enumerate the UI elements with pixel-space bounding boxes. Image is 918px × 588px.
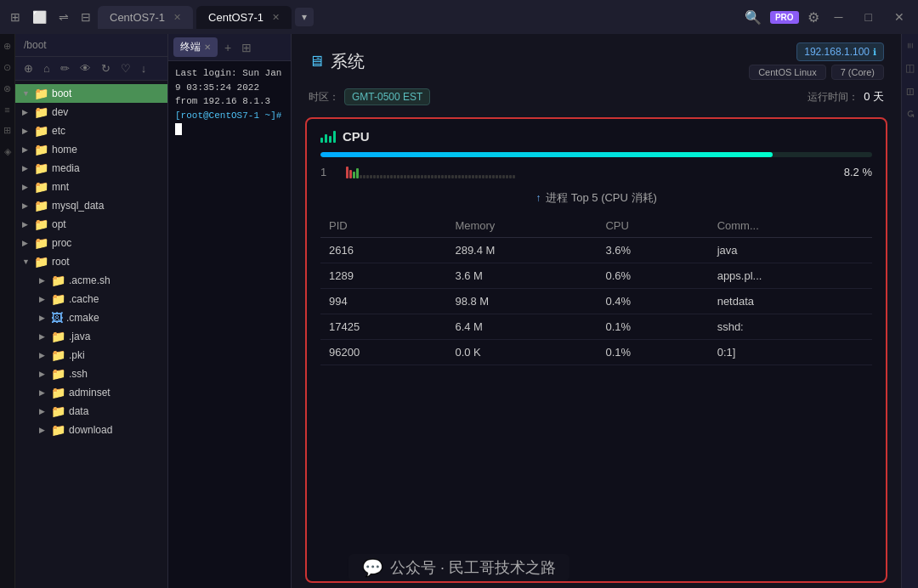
core-count-badge: 7 (Core)	[831, 65, 884, 80]
cell-memory-0: 289.4 M	[446, 238, 597, 263]
folder-icon: 📁	[51, 274, 65, 287]
process-table-body: 2616289.4 M3.6%java12893.6 M0.6%apps.pl.…	[320, 238, 872, 365]
title-bar-right: 🔍 PRO ⚙ ─ □ ✕	[745, 8, 911, 25]
arrow-icon: ▶	[39, 388, 48, 397]
tree-label-root: root	[52, 256, 70, 268]
layout-icon[interactable]: ⇌	[55, 7, 72, 27]
col-command: Comm...	[709, 214, 872, 238]
monitor-title: 🖥 系统	[309, 50, 365, 73]
tree-item-opt[interactable]: ▶ 📁 opt	[15, 215, 167, 234]
tab-dropdown[interactable]: ▾	[295, 8, 314, 26]
tree-label-acme-sh: .acme.sh	[69, 274, 110, 286]
ip-address: 192.168.1.100	[804, 46, 870, 58]
right-icon-3[interactable]: ⊟	[904, 88, 916, 96]
nav-icon-6[interactable]: ◈	[4, 146, 11, 157]
edit-icon[interactable]: ✏	[57, 60, 73, 76]
tree-item-proc[interactable]: ▶ 📁 proc	[15, 234, 167, 252]
tree-item-pki[interactable]: ▶ 📁 .pki	[29, 346, 167, 365]
maximize-button[interactable]: □	[858, 8, 879, 25]
tree-item-acme-sh[interactable]: ▶ 📁 .acme.sh	[29, 271, 167, 290]
terminal-tab-label: 终端	[180, 40, 201, 54]
tab-centos7-1-second[interactable]: CentOS7-1 ✕	[196, 6, 292, 29]
nav-icon-3[interactable]: ⊗	[3, 83, 11, 94]
nav-icon-5[interactable]: ⊞	[3, 125, 11, 136]
folder-icon: 📁	[34, 218, 48, 231]
tree-item-mnt[interactable]: ▶ 📁 mnt	[15, 178, 167, 196]
tree-label-pki: .pki	[69, 349, 85, 361]
file-tree: ▼ 📁 boot ▶ 📁 dev ▶ 📁 etc ▶ 📁 home	[15, 81, 167, 588]
cell-pid-0: 2616	[320, 238, 446, 263]
cpu-bars-icon	[320, 131, 336, 143]
folder-icon: 📁	[34, 180, 48, 194]
tab-centos7-1-first[interactable]: CentOS7-1 ✕	[98, 6, 193, 29]
tree-item-dev[interactable]: ▶ 📁 dev	[15, 103, 167, 122]
arrow-icon: ▶	[22, 145, 31, 154]
right-sidebar: ≡ ◫ ⊟ ↺	[901, 34, 918, 588]
terminal-tabs: 终端 ✕ + ⊞	[168, 34, 291, 61]
tree-label-ssh: .ssh	[69, 368, 88, 380]
arrow-icon: ▼	[22, 257, 31, 266]
menu-icon[interactable]: ⊞	[7, 7, 24, 27]
terminal-tab[interactable]: 终端 ✕	[173, 37, 218, 57]
heart-icon[interactable]: ♡	[117, 60, 134, 76]
tree-item-download[interactable]: ▶ 📁 download	[29, 421, 167, 439]
tab-close-2[interactable]: ✕	[272, 12, 280, 23]
tree-item-mysql-data[interactable]: ▶ 📁 mysql_data	[15, 196, 167, 215]
home-icon[interactable]: ⌂	[40, 60, 54, 76]
pro-badge: PRO	[770, 11, 799, 24]
timezone-group: 时区： GMT-0500 EST	[309, 88, 430, 105]
tree-item-cmake[interactable]: ▶ 🖼 .cmake	[29, 308, 167, 327]
nav-icon-1[interactable]: ⊕	[3, 41, 11, 52]
right-icon-4[interactable]: ↺	[904, 110, 916, 118]
monitor-panel: 🖥 系统 192.168.1.100 ℹ CentOS Linux 7 (Cor…	[292, 34, 901, 588]
nav-icon-4[interactable]: ≡	[4, 105, 9, 115]
tree-item-etc[interactable]: ▶ 📁 etc	[15, 122, 167, 140]
ip-info-icon[interactable]: ℹ	[873, 47, 876, 58]
download-icon[interactable]: ↓	[138, 60, 150, 76]
arrow-icon: ▶	[39, 370, 48, 378]
cpu-header: CPU	[320, 129, 872, 144]
tree-item-root[interactable]: ▼ 📁 root	[15, 252, 167, 271]
tree-item-adminset[interactable]: ▶ 📁 adminset	[29, 383, 167, 402]
eye-icon[interactable]: 👁	[76, 60, 94, 76]
grid-icon[interactable]: ⊟	[77, 7, 94, 27]
cell-pid-3: 17425	[320, 314, 446, 340]
search-icon[interactable]: 🔍	[745, 9, 762, 25]
tree-label-etc: etc	[52, 125, 65, 137]
monitor-icon: 🖥	[309, 53, 324, 71]
file-tree-path: /boot	[24, 39, 47, 51]
terminal-panel: 终端 ✕ + ⊞ Last login: Sun Jan 9 03:35:24 …	[168, 34, 292, 588]
tree-item-java[interactable]: ▶ 📁 .java	[29, 327, 167, 346]
tab-close-1[interactable]: ✕	[173, 12, 181, 23]
folder-icon: 📁	[51, 386, 65, 399]
tree-item-data[interactable]: ▶ 📁 data	[29, 402, 167, 421]
tree-item-media[interactable]: ▶ 📁 media	[15, 159, 167, 178]
reload-icon[interactable]: ↻	[98, 60, 114, 76]
folder-icon: 📁	[34, 199, 48, 212]
right-icon-1[interactable]: ≡	[904, 42, 916, 48]
right-icon-2[interactable]: ◫	[904, 62, 916, 74]
process-table: PID Memory CPU Comm... 2616289.4 M3.6%ja…	[320, 214, 872, 365]
cell-memory-3: 6.4 M	[446, 314, 597, 340]
terminal-tab-close[interactable]: ✕	[204, 42, 211, 52]
folder-icon: 📁	[34, 161, 48, 175]
nav-icon-2[interactable]: ⊙	[3, 62, 11, 73]
sidebar-toggle-icon[interactable]: ⬜	[29, 7, 50, 27]
settings-icon[interactable]: ⚙	[808, 9, 819, 25]
terminal-add-button[interactable]: +	[221, 39, 235, 56]
table-row: 174256.4 M0.1%sshd:	[320, 314, 872, 340]
minimize-button[interactable]: ─	[828, 8, 850, 25]
refresh-icon[interactable]: ⊕	[20, 60, 37, 76]
tree-item-ssh[interactable]: ▶ 📁 .ssh	[29, 365, 167, 383]
terminal-content[interactable]: Last login: Sun Jan 9 03:35:24 2022 from…	[168, 61, 291, 588]
tree-item-cache[interactable]: ▶ 📁 .cache	[29, 290, 167, 308]
cell-cpu-0: 3.6%	[597, 238, 708, 263]
arrow-icon: ▶	[39, 295, 48, 303]
tree-label-media: media	[52, 162, 80, 174]
tree-item-home[interactable]: ▶ 📁 home	[15, 140, 167, 159]
close-button[interactable]: ✕	[887, 8, 911, 25]
terminal-split-button[interactable]: ⊞	[238, 39, 255, 56]
tree-item-boot[interactable]: ▼ 📁 boot	[15, 84, 167, 103]
process-title-text: 进程 Top 5 (CPU 消耗)	[546, 190, 657, 206]
cell-command-0: java	[709, 238, 872, 263]
